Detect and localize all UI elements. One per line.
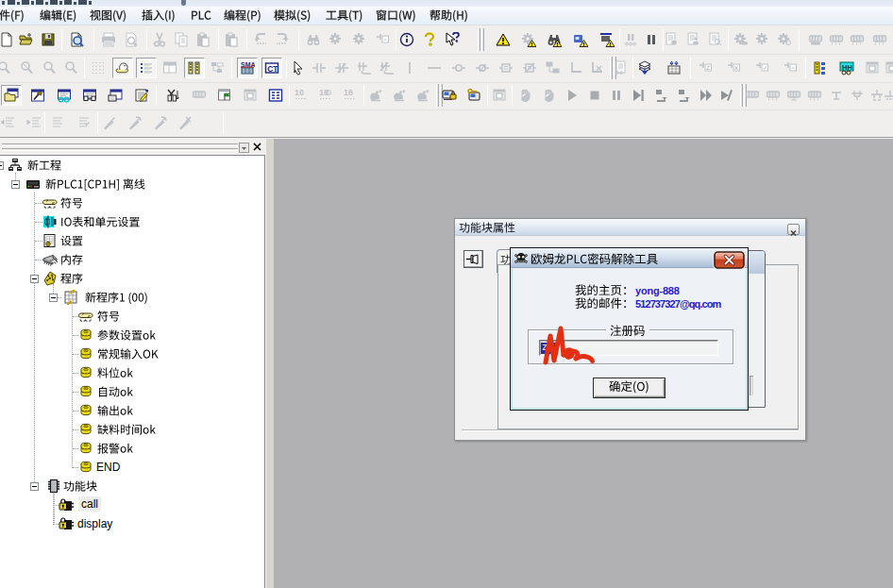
svg-text:HH: HH: [842, 63, 852, 72]
svg-text:10: 10: [295, 88, 304, 97]
svg-text:SMA: SMA: [241, 61, 255, 68]
svg-text:16: 16: [344, 88, 353, 97]
svg-text:CT: CT: [267, 64, 278, 74]
